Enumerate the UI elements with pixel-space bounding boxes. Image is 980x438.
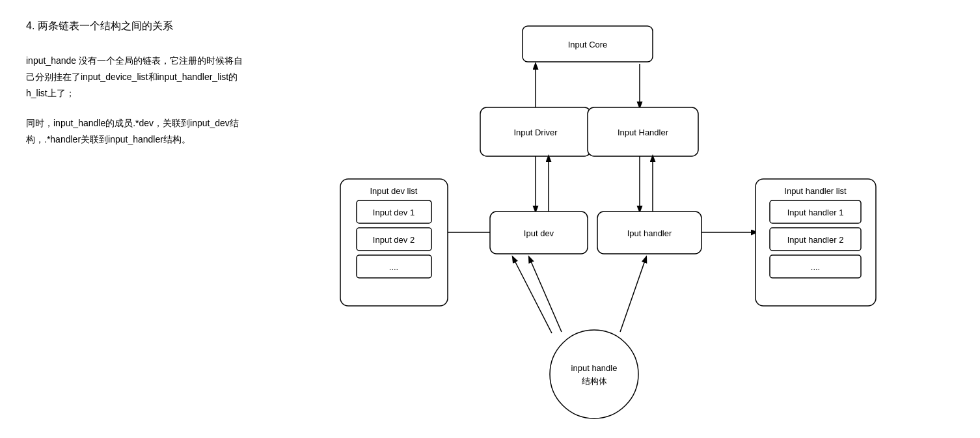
input-handler2-label: Input handler 2	[787, 235, 844, 245]
input-dev2-label: Input dev 2	[373, 235, 415, 245]
description1: input_hande 没有一个全局的链表，它注册的时候将自己分别挂在了inpu…	[26, 53, 247, 102]
input-handler-label: Input Handler	[618, 128, 669, 137]
description2: 同时，input_handle的成员.*dev，关联到input_dev结构，.…	[26, 115, 247, 148]
architecture-diagram: Input Core Input Driver Input Handler Ip…	[260, 13, 967, 430]
left-panel: 4. 两条链表一个结构之间的关系 input_hande 没有一个全局的链表，它…	[13, 13, 260, 432]
input-handler1-label: Input handler 1	[787, 208, 844, 217]
page-container: 4. 两条链表一个结构之间的关系 input_hande 没有一个全局的链表，它…	[0, 0, 980, 438]
diagram-panel: Input Core Input Driver Input Handler Ip…	[260, 13, 967, 432]
svg-line-23	[620, 257, 646, 332]
heading: 4. 两条链表一个结构之间的关系	[26, 20, 247, 33]
svg-point-21	[550, 330, 638, 418]
input-dev-dots-label: ....	[389, 262, 398, 272]
input-dev-list-label: Input dev list	[370, 186, 418, 196]
input-handler-dots-label: ....	[811, 262, 820, 272]
iput-dev-label: Iput dev	[524, 228, 554, 238]
input-dev1-label: Input dev 1	[373, 208, 415, 217]
input-handler-list-label: Input handler list	[784, 186, 847, 196]
input-driver-label: Input Driver	[513, 128, 558, 137]
input-handle-label1: input handle	[571, 363, 618, 373]
iput-handler-label: Iput handler	[627, 228, 672, 238]
input-core-label: Input Core	[568, 40, 608, 49]
input-handle-label2: 结构体	[582, 376, 607, 386]
